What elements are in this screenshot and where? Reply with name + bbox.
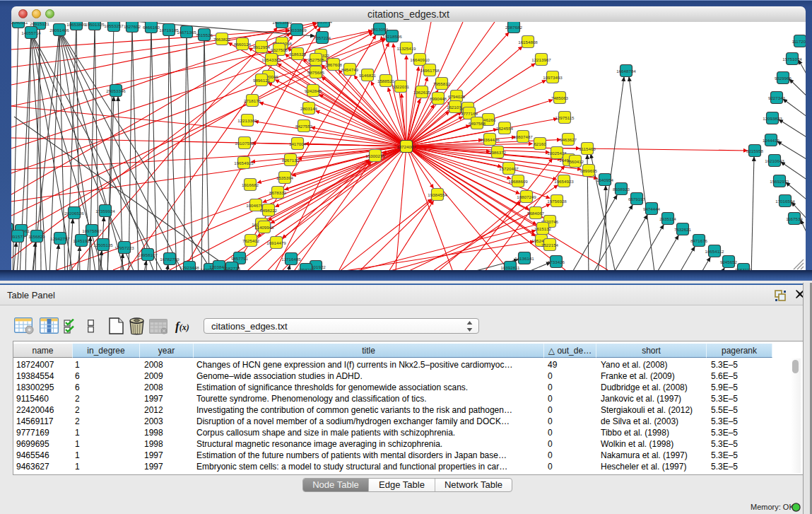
svg-text:14136141: 14136141 [514,256,534,261]
svg-text:8186326: 8186326 [289,52,307,57]
svg-text:7560412: 7560412 [567,159,584,164]
svg-text:29053346: 29053346 [106,88,126,93]
svg-text:391571: 391571 [11,234,25,239]
svg-text:12040511: 12040511 [11,22,28,25]
svg-text:9857791: 9857791 [231,256,249,261]
svg-text:5322031: 5322031 [392,84,410,89]
svg-text:1535394: 1535394 [276,175,294,180]
svg-text:8267130: 8267130 [282,158,300,163]
svg-text:7955812: 7955812 [433,81,451,86]
svg-text:9474444: 9474444 [643,206,661,211]
svg-text:13716485: 13716485 [281,257,301,262]
svg-text:17359924: 17359924 [95,209,115,214]
svg-text:9227343: 9227343 [768,95,786,100]
svg-text:15692971: 15692971 [770,179,789,184]
svg-text:12213967: 12213967 [531,57,551,62]
svg-text:7632621: 7632621 [674,227,692,232]
svg-text:8215958: 8215958 [746,148,764,153]
svg-text:8471676: 8471676 [690,238,708,243]
svg-text:9242848: 9242848 [305,88,322,93]
svg-text:17016504: 17016504 [775,199,795,204]
svg-text:5875685: 5875685 [307,70,325,75]
svg-text:9777169: 9777169 [461,111,478,116]
svg-text:1362615: 1362615 [413,90,431,95]
svg-text:16053809: 16053809 [272,22,292,25]
svg-text:1145191: 1145191 [73,238,90,243]
svg-text:12923448: 12923448 [180,265,199,270]
svg-text:10033809: 10033809 [287,28,307,33]
svg-text:1624554: 1624554 [496,126,514,131]
svg-text:16914479: 16914479 [266,240,286,245]
svg-text:18807249: 18807249 [517,194,536,199]
svg-text:12975115: 12975115 [555,115,575,120]
svg-text:6899695: 6899695 [580,168,598,173]
svg-text:6497568: 6497568 [469,121,486,126]
svg-text:8660124: 8660124 [234,42,252,47]
svg-text:8813054: 8813054 [371,27,389,32]
svg-text:7515526: 7515526 [196,33,213,37]
svg-text:10654112: 10654112 [705,249,724,254]
svg-text:20364436: 20364436 [480,137,500,142]
svg-text:10719185: 10719185 [159,28,179,33]
svg-text:16671365: 16671365 [177,30,196,35]
svg-text:7663822: 7663822 [213,37,231,42]
svg-text:1527602: 1527602 [124,24,141,29]
svg-text:8427552: 8427552 [295,124,313,129]
svg-text:8912954: 8912954 [253,45,271,49]
svg-text:12093823: 12093823 [763,116,782,121]
svg-text:8454749: 8454749 [341,67,359,72]
svg-text:12505135: 12505135 [93,243,113,247]
svg-text:6794028: 6794028 [448,94,466,99]
svg-text:1167534: 1167534 [786,216,803,221]
svg-text:2803144: 2803144 [300,106,318,111]
svg-text:1733426: 1733426 [548,259,565,264]
svg-text:15300275: 15300275 [365,153,385,158]
svg-text:20915121: 20915121 [30,22,49,26]
svg-text:19384554: 19384554 [428,192,447,197]
svg-text:11325419: 11325419 [396,46,416,51]
svg-text:1244419: 1244419 [763,138,780,143]
svg-text:18724007: 18724007 [396,144,416,149]
svg-text:1640954: 1640954 [596,177,614,182]
svg-text:10543382: 10543382 [261,57,281,62]
svg-text:2935114: 2935114 [659,216,676,221]
svg-text:9146821: 9146821 [359,73,377,78]
svg-text:17957223: 17957223 [114,245,134,250]
svg-text:1916682: 1916682 [242,182,259,187]
svg-text:14055714: 14055714 [21,30,41,35]
svg-text:10958107: 10958107 [138,252,158,257]
svg-text:9245652: 9245652 [720,259,738,264]
svg-text:9684067: 9684067 [527,211,545,216]
svg-text:8938923: 8938923 [613,187,630,192]
svg-text:9115460: 9115460 [579,146,596,151]
svg-text:11409948: 11409948 [254,225,274,230]
svg-text:8813074: 8813074 [315,22,333,24]
svg-text:10553257: 10553257 [104,23,124,28]
svg-text:20091406: 20091406 [49,28,69,33]
svg-text:10688609: 10688609 [508,179,528,184]
svg-text:16154808: 16154808 [518,40,538,45]
svg-text:12942757: 12942757 [50,236,70,241]
svg-text:19654923: 19654923 [554,179,574,184]
svg-text:16210643: 16210643 [765,158,784,163]
svg-text:7357224: 7357224 [314,35,331,40]
svg-text:19654925: 19654925 [234,160,254,165]
svg-text:2087682: 2087682 [505,25,523,30]
svg-text:1417004: 1417004 [289,141,307,146]
svg-text:19756928: 19756928 [547,199,567,204]
svg-text:62160: 62160 [534,141,546,146]
svg-text:16961758: 16961758 [420,68,440,73]
svg-text:9527505: 9527505 [307,57,325,62]
svg-text:20206526: 20206526 [64,211,84,216]
svg-text:10975867: 10975867 [82,228,102,233]
svg-text:8678332: 8678332 [269,190,287,195]
svg-text:9463627: 9463627 [560,137,577,142]
svg-text:16640910: 16640910 [410,57,430,62]
svg-text:16648784: 16648784 [616,69,636,74]
svg-text:1615132: 1615132 [534,226,552,231]
svg-text:10107552: 10107552 [235,141,254,146]
svg-text:7485063: 7485063 [551,95,569,100]
svg-text:15751074: 15751074 [782,57,802,62]
svg-text:10392811: 10392811 [500,265,520,270]
svg-text:9327500: 9327500 [271,47,288,52]
